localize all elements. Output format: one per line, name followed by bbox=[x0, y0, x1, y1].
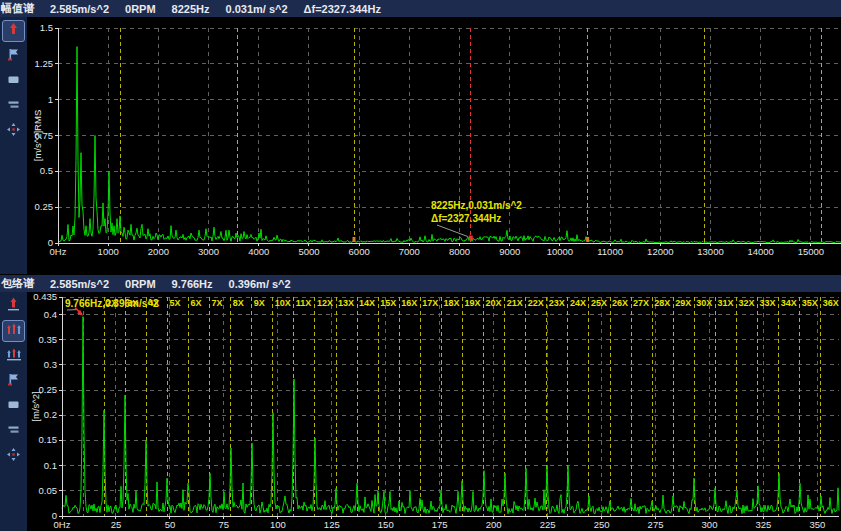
band-icon bbox=[6, 397, 21, 416]
amplitude-toolbar bbox=[0, 17, 27, 274]
y-axis-label: [m/s^2] bbox=[30, 391, 41, 421]
single-cursor-button[interactable] bbox=[2, 295, 25, 317]
svg-text:0.15: 0.15 bbox=[39, 434, 58, 445]
svg-text:12X: 12X bbox=[317, 298, 333, 308]
svg-text:15000: 15000 bbox=[798, 246, 824, 257]
svg-text:225: 225 bbox=[540, 519, 556, 530]
single-cursor-icon bbox=[6, 297, 21, 316]
svg-text:13000: 13000 bbox=[697, 246, 723, 257]
svg-text:35X: 35X bbox=[802, 298, 818, 308]
single-cursor-button[interactable] bbox=[2, 20, 25, 42]
move-button[interactable] bbox=[2, 445, 25, 467]
cursor-amplitude-value: 0.396m/ s^2 bbox=[229, 278, 291, 290]
band-button[interactable] bbox=[2, 70, 25, 92]
svg-text:8225Hz,0.031m/s^2: 8225Hz,0.031m/s^2 bbox=[431, 200, 522, 211]
svg-text:3000: 3000 bbox=[198, 246, 219, 257]
svg-text:31X: 31X bbox=[717, 298, 733, 308]
svg-text:11X: 11X bbox=[296, 298, 312, 308]
svg-text:Δf=2327.344Hz: Δf=2327.344Hz bbox=[431, 213, 501, 224]
svg-text:9000: 9000 bbox=[499, 246, 520, 257]
list-button[interactable] bbox=[2, 420, 25, 442]
svg-text:6000: 6000 bbox=[349, 246, 370, 257]
envelope-spectrum-header: 包络谱 2.585m/s^2 0RPM 9.766Hz 0.396m/ s^2 bbox=[0, 275, 841, 292]
delta-f-value: Δf=2327.344Hz bbox=[304, 3, 381, 15]
flag-button[interactable] bbox=[2, 370, 25, 392]
sideband-cursor-button[interactable] bbox=[2, 345, 25, 367]
svg-text:250: 250 bbox=[594, 519, 610, 530]
overall-rms-value: 2.585m/s^2 bbox=[50, 3, 109, 15]
svg-text:27X: 27X bbox=[633, 298, 649, 308]
svg-text:0.4: 0.4 bbox=[44, 309, 57, 320]
svg-text:25X: 25X bbox=[591, 298, 607, 308]
rpm-value: 0RPM bbox=[125, 278, 156, 290]
list-icon bbox=[6, 422, 21, 441]
svg-text:17X: 17X bbox=[422, 298, 438, 308]
overall-rms-value: 2.585m/s^2 bbox=[50, 278, 109, 290]
svg-text:34X: 34X bbox=[781, 298, 797, 308]
amplitude-spectrum-chart[interactable]: 0Hz1000200030004000500060007000800090001… bbox=[27, 17, 841, 275]
svg-text:275: 275 bbox=[648, 519, 664, 530]
svg-text:10X: 10X bbox=[275, 298, 291, 308]
svg-text:19X: 19X bbox=[464, 298, 480, 308]
svg-text:5X: 5X bbox=[169, 298, 180, 308]
svg-text:9X: 9X bbox=[254, 298, 265, 308]
harmonic-cursor-button[interactable] bbox=[2, 320, 25, 342]
svg-text:300: 300 bbox=[702, 519, 718, 530]
svg-text:7000: 7000 bbox=[399, 246, 420, 257]
svg-text:33X: 33X bbox=[760, 298, 776, 308]
rpm-value: 0RPM bbox=[125, 3, 156, 15]
svg-text:325: 325 bbox=[756, 519, 772, 530]
svg-text:14X: 14X bbox=[359, 298, 375, 308]
svg-text:28X: 28X bbox=[654, 298, 670, 308]
vibration-analysis-app: 幅值谱 2.585m/s^2 0RPM 8225Hz 0.031m/ s^2 Δ… bbox=[0, 0, 841, 531]
y-axis-label: [m/s^2]RMS bbox=[32, 110, 43, 161]
svg-text:6X: 6X bbox=[190, 298, 201, 308]
svg-text:30X: 30X bbox=[696, 298, 712, 308]
svg-text:175: 175 bbox=[432, 519, 448, 530]
svg-text:13X: 13X bbox=[338, 298, 354, 308]
single-cursor-icon bbox=[6, 22, 21, 41]
svg-text:50: 50 bbox=[165, 519, 176, 530]
cursor-frequency-value: 9.766Hz bbox=[172, 278, 213, 290]
svg-text:0.05: 0.05 bbox=[39, 485, 58, 496]
svg-text:16X: 16X bbox=[401, 298, 417, 308]
list-button[interactable] bbox=[2, 95, 25, 117]
svg-text:8X: 8X bbox=[233, 298, 244, 308]
sideband-cursor-icon bbox=[6, 347, 22, 366]
flag-icon bbox=[6, 47, 21, 66]
band-button[interactable] bbox=[2, 395, 25, 417]
svg-text:8000: 8000 bbox=[449, 246, 470, 257]
svg-text:0.1: 0.1 bbox=[44, 460, 57, 471]
svg-text:29X: 29X bbox=[675, 298, 691, 308]
cursor-amplitude-value: 0.031m/ s^2 bbox=[226, 3, 288, 15]
svg-text:15X: 15X bbox=[380, 298, 396, 308]
svg-text:350: 350 bbox=[809, 519, 825, 530]
svg-text:200: 200 bbox=[486, 519, 502, 530]
amplitude-spectrum-header: 幅值谱 2.585m/s^2 0RPM 8225Hz 0.031m/ s^2 Δ… bbox=[0, 0, 841, 17]
svg-text:2000: 2000 bbox=[148, 246, 169, 257]
svg-text:25: 25 bbox=[111, 519, 122, 530]
list-icon bbox=[6, 97, 21, 116]
svg-text:12000: 12000 bbox=[647, 246, 673, 257]
cursor-frequency-value: 8225Hz bbox=[172, 3, 210, 15]
svg-text:18X: 18X bbox=[443, 298, 459, 308]
svg-text:36X: 36X bbox=[823, 298, 839, 308]
svg-text:0.25: 0.25 bbox=[35, 201, 54, 212]
move-button[interactable] bbox=[2, 120, 25, 142]
flag-button[interactable] bbox=[2, 45, 25, 67]
move-icon bbox=[6, 447, 21, 466]
svg-text:23X: 23X bbox=[549, 298, 565, 308]
svg-text:1: 1 bbox=[48, 94, 53, 105]
svg-text:9.766Hz,0.396m/s^2: 9.766Hz,0.396m/s^2 bbox=[65, 298, 159, 309]
svg-text:21X: 21X bbox=[507, 298, 523, 308]
svg-text:0.5: 0.5 bbox=[40, 165, 53, 176]
panel-title-amplitude: 幅值谱 bbox=[1, 1, 34, 16]
harmonic-cursor-icon bbox=[6, 322, 22, 341]
envelope-spectrum-chart[interactable]: 0Hz2550751001251501752002252502753003253… bbox=[27, 292, 841, 531]
svg-text:7X: 7X bbox=[212, 298, 223, 308]
svg-text:0.435: 0.435 bbox=[33, 292, 57, 302]
svg-text:32X: 32X bbox=[739, 298, 755, 308]
svg-text:125: 125 bbox=[324, 519, 340, 530]
svg-text:26X: 26X bbox=[612, 298, 628, 308]
svg-text:0: 0 bbox=[52, 510, 57, 521]
